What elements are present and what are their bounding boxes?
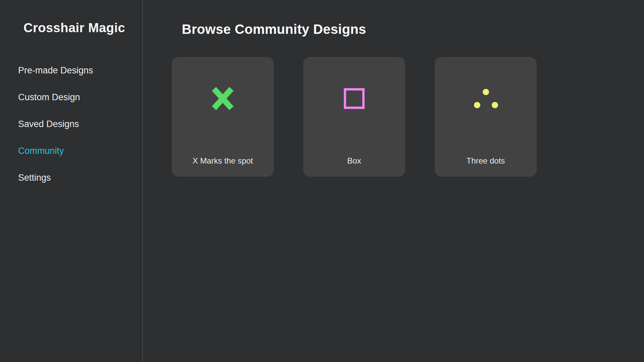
design-card-box[interactable]: Box bbox=[303, 57, 405, 177]
three-dots-icon bbox=[471, 89, 501, 109]
design-preview bbox=[435, 57, 537, 140]
sidebar-item-label: Pre-made Designs bbox=[18, 65, 93, 76]
sidebar-nav: Pre-made Designs Custom Design Saved Des… bbox=[0, 57, 143, 191]
main-content: Browse Community Designs X Marks the spo… bbox=[143, 0, 644, 362]
app-window: Crosshair Magic Pre-made Designs Custom … bbox=[0, 0, 644, 362]
sidebar-item-label: Custom Design bbox=[18, 92, 80, 103]
design-name: Three dots bbox=[435, 156, 537, 166]
design-preview bbox=[172, 57, 274, 140]
design-card-three-dots[interactable]: Three dots bbox=[435, 57, 537, 177]
sidebar-item-custom-design[interactable]: Custom Design bbox=[0, 84, 143, 111]
sidebar-item-premade-designs[interactable]: Pre-made Designs bbox=[0, 57, 143, 84]
box-outline-icon bbox=[344, 88, 365, 109]
dot bbox=[483, 89, 489, 95]
sidebar-item-label: Saved Designs bbox=[18, 119, 79, 129]
sidebar-item-label: Settings bbox=[18, 173, 51, 183]
sidebar-item-label: Community bbox=[18, 146, 64, 156]
app-title: Crosshair Magic bbox=[23, 21, 143, 35]
design-name: Box bbox=[303, 156, 405, 166]
sidebar: Crosshair Magic Pre-made Designs Custom … bbox=[0, 0, 143, 362]
sidebar-item-saved-designs[interactable]: Saved Designs bbox=[0, 111, 143, 137]
sidebar-item-settings[interactable]: Settings bbox=[0, 164, 143, 191]
design-card-x-marks-the-spot[interactable]: X Marks the spot bbox=[172, 57, 274, 177]
x-cross-icon bbox=[210, 85, 235, 112]
page-title: Browse Community Designs bbox=[182, 21, 644, 38]
design-name: X Marks the spot bbox=[172, 156, 274, 166]
dot bbox=[492, 102, 498, 108]
dot bbox=[474, 102, 480, 108]
design-preview bbox=[303, 57, 405, 140]
sidebar-item-community[interactable]: Community bbox=[0, 137, 143, 164]
community-designs-grid: X Marks the spot Box Three dots bbox=[143, 57, 644, 177]
